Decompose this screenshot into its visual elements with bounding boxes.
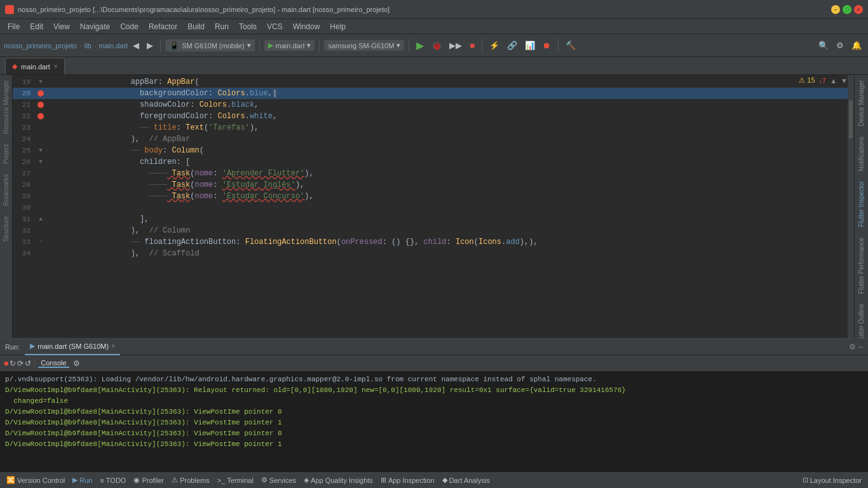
run-tab-main-dart[interactable]: ▶ main.dart (SM G610M) × — [25, 339, 120, 355]
nav-down[interactable]: ▼ — [841, 77, 848, 85]
fold-icon-19[interactable]: ▼ — [39, 76, 42, 88]
run-panel-tabs: Run: ▶ main.dart (SM G610M) × ⚙ – — [0, 339, 868, 355]
close-button[interactable]: × — [854, 5, 863, 14]
nav-up[interactable]: ▲ — [830, 77, 837, 85]
tab-close-button[interactable]: × — [54, 63, 58, 70]
services-tab[interactable]: ⚙ Services — [257, 472, 300, 488]
maximize-button[interactable]: □ — [843, 5, 851, 14]
menu-navigate[interactable]: Navigate — [75, 21, 115, 32]
project-name[interactable]: nosso_primeiro_projeto — [4, 42, 77, 50]
add-icon-33[interactable]: + — [39, 236, 42, 248]
refresh-button[interactable]: ↺ — [25, 359, 31, 368]
menu-build[interactable]: Build — [182, 21, 210, 32]
code-editor[interactable]: 19 ▼ appBar: AppBar( 20 backgroundColor:… — [13, 75, 848, 338]
title-text: nosso_primeiro_projeto [...\Documents\pr… — [18, 6, 390, 13]
device2-selector[interactable]: samsung SM-G610M ▾ — [324, 40, 404, 51]
layout-inspector-tab[interactable]: ⊡ Layout Inspector — [799, 472, 865, 488]
record-button[interactable]: ⏺ — [540, 39, 553, 51]
console-line-1: p/.vndksupport(25363): Loading /vendor/l… — [5, 374, 863, 385]
code-line-29: 29 ──── Task(nome: 'Estudar Concurso'), — [13, 191, 848, 202]
stop-run-button[interactable]: ■ — [4, 359, 8, 368]
run-minimize-button[interactable]: – — [858, 342, 863, 351]
debug-button[interactable]: 🐞 — [429, 39, 444, 51]
profiler-button[interactable]: 📊 — [522, 39, 538, 51]
run-panel-toolbar: ■ ↻ ⟳ ↺ Console ⚙ — [0, 355, 868, 372]
device-manager-tab[interactable]: Device Manager — [855, 75, 867, 132]
fold-icon-31[interactable]: ▲ — [39, 214, 42, 225]
breadcrumb-file[interactable]: main.dart — [98, 42, 128, 50]
app-icon — [5, 5, 14, 14]
run-tab-close[interactable]: × — [111, 342, 115, 349]
terminal-tab[interactable]: >_ Terminal — [214, 472, 257, 488]
console-output[interactable]: p/.vndksupport(25363): Loading /vendor/l… — [0, 372, 868, 471]
todo-icon: ≡ — [100, 477, 104, 484]
breadcrumb-lib[interactable]: lib — [85, 42, 92, 50]
console-line-6: D/ViewRootImpl@b9fdae8[MainActivity](253… — [5, 428, 863, 439]
editor-tab-main-dart[interactable]: ◆ main.dart × — [5, 58, 65, 74]
search-everywhere-button[interactable]: 🔍 — [816, 39, 831, 51]
rerun-button[interactable]: ↻ — [10, 359, 16, 368]
editor-tabbar: ◆ main.dart × — [0, 57, 868, 75]
menu-tools[interactable]: Tools — [234, 21, 262, 32]
terminal-icon: >_ — [217, 477, 226, 484]
menu-view[interactable]: View — [48, 21, 75, 32]
fold-icon-25[interactable]: ▼ — [39, 145, 42, 156]
menu-refactor[interactable]: Refactor — [144, 21, 182, 32]
fold-icon-26[interactable]: ▼ — [39, 156, 42, 168]
reload-button[interactable]: ⟳ — [17, 359, 24, 368]
warning-count[interactable]: ⚠ 15 — [799, 76, 815, 85]
menu-code[interactable]: Code — [115, 21, 144, 32]
breakpoint-21[interactable] — [37, 102, 44, 108]
notifications-button[interactable]: 🔔 — [849, 39, 864, 51]
breadcrumb: nosso_primeiro_projeto › lib › main.dart — [4, 42, 128, 50]
nav-forward-button[interactable]: ▶ — [144, 39, 156, 51]
profiler-tab[interactable]: ◉ Profiler — [130, 472, 168, 488]
menu-help[interactable]: Help — [325, 21, 351, 32]
resource-manager-tab[interactable]: Resource Manager — [1, 75, 11, 139]
breakpoint-22[interactable] — [37, 113, 44, 119]
console-tab-label[interactable]: Console — [38, 359, 69, 368]
app-quality-insights-tab[interactable]: ◈ App Quality Insights — [300, 472, 377, 488]
scroll-thumb[interactable] — [849, 100, 853, 139]
dart-analysis-tab[interactable]: ◆ Dart Analysis — [438, 472, 494, 488]
project-tab[interactable]: Project — [1, 139, 11, 169]
menu-run[interactable]: Run — [210, 21, 234, 32]
minimize-button[interactable]: – — [831, 5, 840, 14]
stop-button[interactable]: ■ — [467, 39, 477, 51]
app-inspection-tab[interactable]: ⊞ App Inspection — [377, 472, 438, 488]
run-tab-bottom[interactable]: ▶ Run — [69, 472, 96, 488]
attach-button[interactable]: 🔗 — [505, 39, 520, 51]
left-sidebar: Resource Manager Project Bookmarks Struc… — [0, 75, 13, 338]
run-config-selector[interactable]: ▶ main.dart ▾ — [264, 40, 315, 51]
run-coverage-button[interactable]: ▶▶ — [447, 39, 465, 51]
run-settings-button[interactable]: ⚙ — [849, 342, 856, 351]
structure-tab[interactable]: Structure — [1, 211, 11, 247]
console-line-3: changed=false — [5, 396, 863, 407]
flutter-outline-tab[interactable]: Flutter Outline — [855, 299, 867, 338]
notifications-tab[interactable]: Notifications — [855, 132, 867, 176]
problems-tab[interactable]: ⚠ Problems — [168, 472, 213, 488]
vertical-scrollbar[interactable] — [848, 75, 854, 338]
separator4 — [409, 39, 409, 52]
run-panel: Run: ▶ main.dart (SM G610M) × ⚙ – ■ ↻ ⟳ … — [0, 338, 868, 471]
flutter-inspector-tab[interactable]: Flutter Inspector — [855, 176, 867, 232]
bookmarks-tab[interactable]: Bookmarks — [1, 169, 11, 211]
device2-dropdown: ▾ — [397, 41, 400, 50]
error-count[interactable]: ↓7 — [819, 77, 827, 85]
menu-vcs[interactable]: VCS — [262, 21, 288, 32]
build-button[interactable]: 🔨 — [563, 39, 578, 51]
todo-tab[interactable]: ≡ TODO — [96, 472, 130, 488]
menu-window[interactable]: Window — [288, 21, 325, 32]
run-button[interactable]: ▶ — [414, 38, 426, 53]
version-control-tab[interactable]: 🔀 Version Control — [3, 472, 69, 488]
run-config-dropdown: ▾ — [307, 41, 311, 50]
menu-file[interactable]: File — [3, 21, 25, 32]
console-settings[interactable]: ⚙ — [73, 359, 80, 368]
settings-button[interactable]: ⚙ — [834, 39, 846, 51]
device-selector[interactable]: 📱 SM G610M (mobile) ▾ — [165, 39, 254, 51]
lightning-button[interactable]: ⚡ — [487, 39, 502, 51]
menu-edit[interactable]: Edit — [25, 21, 48, 32]
breakpoint-20[interactable] — [37, 90, 44, 97]
nav-back-button[interactable]: ◀ — [130, 39, 142, 51]
flutter-performance-tab[interactable]: Flutter Performance — [855, 233, 867, 299]
